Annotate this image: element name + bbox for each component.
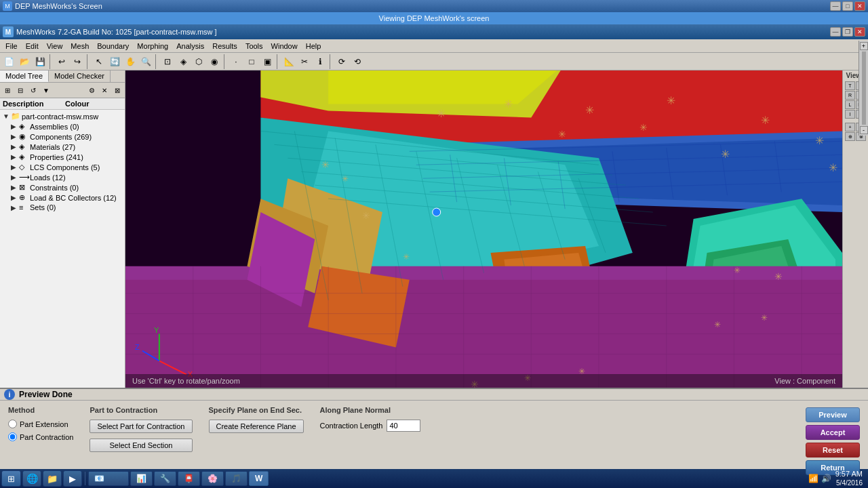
tree-properties[interactable]: ▶ ◈ Properties (241)	[1, 152, 123, 162]
tool-fit[interactable]: ⊡	[160, 54, 175, 69]
tool-open[interactable]: 📂	[17, 54, 32, 69]
tab-model-checker[interactable]: Model Checker	[49, 70, 111, 82]
zoom-in-btn[interactable]: +	[860, 42, 868, 50]
tool-elem[interactable]: □	[244, 54, 259, 69]
radio-part-extension[interactable]	[8, 420, 17, 428]
menu-results[interactable]: Results	[208, 41, 241, 52]
panel-expand-all[interactable]: ⊞	[1, 84, 14, 96]
tree-constraints[interactable]: ▶ ⊠ Constraints (0)	[1, 182, 123, 192]
os-maximize-btn[interactable]: □	[842, 1, 853, 11]
view-btn-1[interactable]: T	[845, 81, 855, 90]
tool-zoom[interactable]: 🔍	[138, 54, 153, 69]
create-ref-plane-btn[interactable]: Create Reference Plane	[209, 420, 304, 433]
tree-materials-label: Materials (27)	[30, 143, 75, 151]
tree-loads[interactable]: ▶ ⟶ Loads (12)	[1, 172, 123, 182]
menu-analysis[interactable]: Analysis	[172, 41, 208, 52]
tree-assemblies[interactable]: ▶ ◈ Assemblies (0)	[1, 121, 123, 131]
info-icon: i	[4, 389, 15, 400]
zoom-out-btn[interactable]: -	[860, 126, 868, 134]
start-button[interactable]: ⊞	[1, 470, 21, 487]
taskbar-email[interactable]: 📧	[88, 471, 129, 486]
menu-help[interactable]: Help	[302, 41, 326, 52]
svg-text:✳: ✳	[639, 122, 648, 133]
select-end-btn[interactable]: Select End Section	[90, 439, 192, 452]
svg-text:✳: ✳	[667, 95, 675, 106]
tree-load-bc[interactable]: ▶ ⊕ Load & BC Collectors (12)	[1, 192, 123, 203]
taskbar-meshworks[interactable]: W	[249, 471, 269, 486]
tool-comp[interactable]: ▣	[260, 54, 275, 69]
tool-node[interactable]: ·	[229, 54, 243, 69]
menu-view[interactable]: View	[43, 41, 67, 52]
taskbar-explorer[interactable]: 📁	[43, 470, 62, 487]
contraction-length-label: Contraction Length	[320, 422, 383, 430]
taskbar-outlook[interactable]: 📮	[178, 471, 200, 486]
tool-measure[interactable]: 📐	[281, 54, 296, 69]
tree-lcs[interactable]: ▶ ◇ LCS Components (5)	[1, 162, 123, 172]
part-contraction-group: Part to Contraction Select Part for Cont…	[90, 406, 192, 452]
radio-part-contraction-label[interactable]: Part Contraction	[8, 432, 73, 441]
tool-redo[interactable]: ↪	[70, 54, 85, 69]
tree-components[interactable]: ▶ ◉ Components (269)	[1, 131, 123, 142]
menu-edit[interactable]: Edit	[22, 41, 43, 52]
os-minimize-btn[interactable]: —	[830, 1, 841, 11]
menu-window[interactable]: Window	[267, 41, 302, 52]
taskbar-excel[interactable]: 📊	[130, 471, 153, 486]
tool-save[interactable]: 💾	[33, 54, 47, 69]
taskbar-music[interactable]: 🎵	[225, 471, 248, 486]
preview-btn[interactable]: Preview	[806, 407, 860, 422]
os-close-btn[interactable]: ✕	[854, 1, 865, 11]
reset-btn[interactable]: Reset	[806, 443, 860, 458]
tool-undo[interactable]: ↩	[54, 54, 69, 69]
view-btn-7[interactable]: I	[845, 110, 855, 119]
tool-wire[interactable]: ⬡	[191, 54, 206, 69]
tool-new[interactable]: 📄	[1, 54, 16, 69]
taskbar-media[interactable]: ▶	[63, 470, 82, 487]
tool-shade[interactable]: ◉	[207, 54, 222, 69]
panel-settings[interactable]: ⚙	[85, 84, 98, 96]
svg-text:✳: ✳	[504, 98, 513, 110]
tool-rotate[interactable]: 🔄	[107, 54, 122, 69]
view-btn-5[interactable]: L	[845, 100, 855, 109]
view-btn-3[interactable]: R	[845, 91, 855, 100]
tool-section[interactable]: ✂	[297, 54, 312, 69]
radio-part-contraction[interactable]	[8, 432, 17, 441]
tree-materials[interactable]: ▶ ◈ Materials (27)	[1, 142, 123, 152]
select-part-btn[interactable]: Select Part for Contraction	[90, 420, 192, 433]
app-close-btn[interactable]: ✕	[854, 27, 865, 37]
view-btn-11[interactable]: ⊕	[845, 132, 855, 141]
panel-refresh[interactable]: ↺	[27, 84, 39, 96]
taskbar-flower[interactable]: 🌸	[201, 471, 224, 486]
view-btn-9[interactable]: +	[845, 123, 855, 131]
panel-filter[interactable]: ▼	[40, 84, 52, 96]
panel-collapse-all[interactable]: ⊟	[14, 84, 26, 96]
tool-display[interactable]: ◈	[176, 54, 191, 69]
tree-root[interactable]: ▼ 📁 part-contract-msw.msw	[1, 111, 123, 121]
contraction-length-input[interactable]	[387, 420, 420, 432]
svg-text:✳: ✳	[321, 159, 330, 170]
menu-mesh[interactable]: Mesh	[66, 41, 93, 52]
tool-pan[interactable]: ✋	[123, 54, 138, 69]
tool-morph2[interactable]: ⟲	[350, 54, 365, 69]
tool-select[interactable]: ↖	[92, 54, 106, 69]
tree-properties-icon: ◈	[19, 152, 28, 161]
tool-info[interactable]: ℹ	[313, 54, 328, 69]
taskbar-ie[interactable]: 🌐	[22, 470, 41, 487]
tree-header-description: Description	[0, 98, 62, 109]
mesh-viewport[interactable]: ✳ ✳ ✳ ✳ ✳ ✳ ✳ ✳ ✳ ✳ ✳ ✳ ✳ ✳ ✳ ✳ ✳ ✳ ✳ ✳	[125, 70, 842, 388]
app-restore-btn[interactable]: ❐	[842, 27, 853, 37]
specify-plane-group: Specify Plane on End Sec. Create Referen…	[209, 406, 304, 433]
accept-btn[interactable]: Accept	[806, 425, 860, 440]
tree-sets[interactable]: ▶ ≡ Sets (0)	[1, 203, 123, 212]
app-minimize-btn[interactable]: —	[830, 27, 841, 37]
tab-model-tree[interactable]: Model Tree	[0, 70, 49, 82]
taskbar-tool1[interactable]: 🔧	[154, 471, 176, 486]
panel-close[interactable]: ✕	[98, 84, 111, 96]
tree-loads-icon: ⟶	[19, 173, 28, 182]
panel-detach[interactable]: ⊠	[111, 84, 123, 96]
menu-boundary[interactable]: Boundary	[93, 41, 133, 52]
menu-file[interactable]: File	[1, 41, 22, 52]
menu-morphing[interactable]: Morphing	[133, 41, 172, 52]
menu-tools[interactable]: Tools	[241, 41, 267, 52]
tool-morph1[interactable]: ⟳	[334, 54, 349, 69]
radio-part-extension-label[interactable]: Part Extension	[8, 420, 73, 428]
